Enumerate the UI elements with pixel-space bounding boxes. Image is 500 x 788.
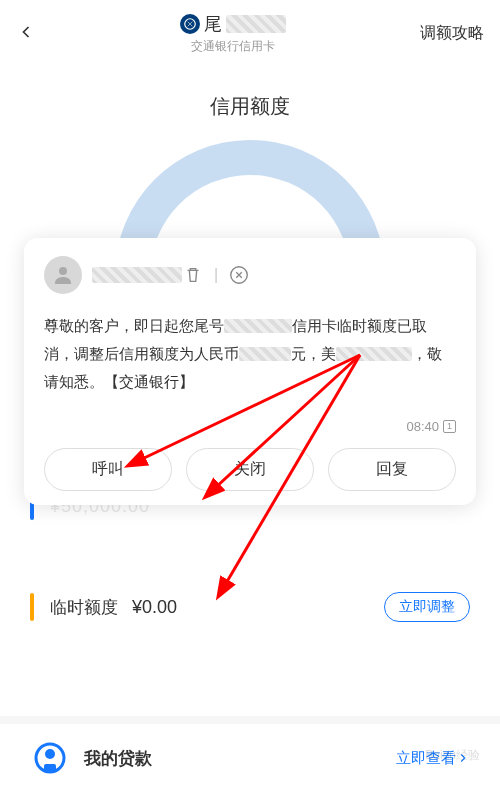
page-title: 信用额度 [0, 93, 500, 120]
back-icon[interactable] [16, 20, 46, 48]
header-subtitle: 交通银行信用卡 [46, 38, 420, 55]
popup-actions: 呼叫 关闭 回复 [44, 448, 456, 491]
sim-icon: 1 [443, 420, 456, 433]
temp-limit-row: 临时额度 ¥0.00 立即调整 [0, 592, 500, 622]
header-bar: 尾 交通银行信用卡 调额攻略 [0, 0, 500, 63]
accent-bar-orange [30, 593, 34, 621]
close-icon[interactable] [228, 264, 250, 286]
svg-point-1 [59, 267, 67, 275]
popup-header: | [44, 256, 456, 294]
svg-point-5 [45, 749, 55, 759]
adjust-button[interactable]: 立即调整 [384, 592, 470, 622]
svg-rect-4 [44, 764, 56, 772]
sender-redacted [92, 267, 182, 283]
header-title-text: 尾 [204, 12, 222, 36]
avatar-icon [44, 256, 82, 294]
call-button[interactable]: 呼叫 [44, 448, 172, 491]
popup-timestamp: 08:40 1 [44, 419, 456, 434]
popup-message: 尊敬的客户，即日起您尾号信用卡临时额度已取消，调整后信用额度为人民币元，美，敬请… [44, 312, 456, 395]
loan-section: 我的贷款 立即查看 [0, 716, 500, 788]
loan-view-link[interactable]: 立即查看 [396, 749, 470, 768]
delete-icon[interactable] [182, 264, 204, 286]
sms-popup: | 尊敬的客户，即日起您尾号信用卡临时额度已取消，调整后信用额度为人民币元，美，… [24, 238, 476, 505]
bank-logo-icon [180, 14, 200, 34]
separator: | [214, 266, 218, 284]
header-title: 尾 [46, 12, 420, 36]
loan-icon [30, 738, 70, 778]
temp-limit-label: 临时额度 [50, 596, 118, 619]
close-button[interactable]: 关闭 [186, 448, 314, 491]
reply-button[interactable]: 回复 [328, 448, 456, 491]
header-center: 尾 交通银行信用卡 [46, 12, 420, 55]
loan-title: 我的贷款 [84, 747, 396, 770]
temp-limit-value: ¥0.00 [132, 597, 384, 618]
strategy-link[interactable]: 调额攻略 [420, 23, 484, 44]
